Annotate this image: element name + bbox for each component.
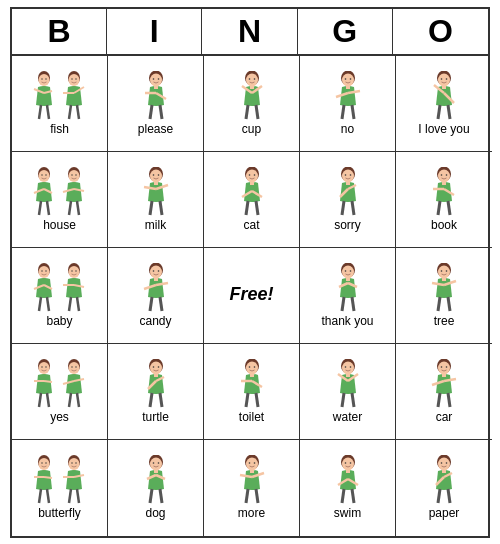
cell-label-24: paper [429, 506, 460, 520]
svg-rect-31 [250, 86, 254, 89]
svg-rect-22 [154, 86, 158, 89]
svg-point-192 [349, 366, 351, 368]
svg-line-170 [77, 393, 79, 407]
svg-point-173 [152, 366, 154, 368]
svg-point-164 [71, 366, 72, 367]
svg-point-83 [248, 174, 250, 176]
svg-point-37 [342, 73, 354, 86]
bingo-cell-14: tree [396, 248, 492, 344]
svg-point-182 [248, 366, 250, 368]
svg-point-91 [342, 169, 354, 182]
svg-line-161 [47, 393, 49, 407]
svg-line-152 [448, 297, 450, 311]
svg-line-224 [77, 489, 79, 503]
svg-point-57 [45, 174, 46, 175]
svg-point-156 [45, 366, 46, 367]
svg-point-111 [45, 270, 46, 271]
svg-line-107 [448, 201, 450, 215]
svg-point-74 [152, 174, 154, 176]
svg-rect-94 [346, 182, 350, 185]
svg-rect-85 [250, 182, 254, 185]
cell-figure-3 [318, 70, 378, 122]
svg-point-235 [246, 458, 258, 471]
svg-rect-256 [442, 470, 446, 473]
svg-line-80 [160, 201, 162, 215]
cell-label-2: cup [242, 122, 261, 136]
svg-rect-40 [346, 86, 350, 89]
svg-line-44 [352, 105, 354, 119]
svg-point-93 [349, 174, 351, 176]
svg-point-110 [41, 270, 42, 271]
svg-point-10 [68, 74, 79, 86]
svg-point-254 [441, 462, 443, 464]
cell-figure-8 [318, 166, 378, 218]
svg-rect-202 [442, 374, 446, 377]
svg-point-120 [75, 270, 76, 271]
svg-point-146 [441, 270, 443, 272]
svg-line-106 [438, 201, 440, 215]
svg-line-53 [448, 105, 450, 119]
cell-figure-6 [126, 166, 186, 218]
svg-line-251 [352, 489, 354, 503]
svg-point-39 [349, 78, 351, 80]
svg-point-128 [152, 270, 154, 272]
svg-line-196 [342, 393, 344, 407]
cell-label-15: yes [50, 410, 69, 424]
cell-figure-20 [30, 454, 90, 506]
svg-line-143 [352, 297, 354, 311]
svg-point-109 [38, 266, 49, 278]
svg-line-205 [438, 393, 440, 407]
svg-point-47 [441, 78, 443, 80]
svg-rect-229 [154, 470, 158, 473]
svg-rect-193 [346, 374, 350, 377]
svg-rect-103 [442, 182, 446, 185]
svg-rect-247 [346, 470, 350, 473]
svg-line-142 [342, 297, 344, 311]
svg-point-84 [253, 174, 255, 176]
bingo-cell-20: butterfly [12, 440, 108, 536]
cell-label-4: I love you [418, 122, 469, 136]
svg-point-138 [349, 270, 351, 272]
svg-point-163 [68, 362, 79, 374]
svg-point-65 [71, 174, 72, 175]
cell-label-21: dog [145, 506, 165, 520]
svg-point-191 [344, 366, 346, 368]
svg-line-52 [438, 105, 440, 119]
svg-point-20 [152, 78, 154, 80]
svg-line-25 [150, 105, 152, 119]
free-space-label: Free! [229, 284, 273, 306]
svg-point-228 [157, 462, 159, 464]
svg-point-172 [150, 361, 162, 374]
bingo-cell-21: dog [108, 440, 204, 536]
svg-point-56 [41, 174, 42, 175]
svg-point-217 [68, 458, 79, 470]
svg-line-179 [160, 393, 162, 407]
svg-line-34 [246, 105, 248, 119]
cell-figure-4 [414, 70, 474, 122]
cell-figure-9 [414, 166, 474, 218]
svg-point-174 [157, 366, 159, 368]
svg-point-3 [45, 78, 46, 79]
svg-point-236 [248, 462, 250, 464]
bingo-cell-17: toilet [204, 344, 300, 440]
svg-line-187 [246, 393, 248, 407]
cell-figure-5 [30, 166, 90, 218]
svg-line-188 [256, 393, 258, 407]
svg-point-127 [150, 265, 162, 278]
svg-line-61 [39, 201, 41, 215]
bingo-cell-9: book [396, 152, 492, 248]
bingo-cell-13: thank you [300, 248, 396, 344]
svg-point-1 [38, 74, 49, 86]
svg-line-89 [256, 201, 258, 215]
svg-point-92 [344, 174, 346, 176]
svg-point-201 [446, 366, 448, 368]
cell-figure-0 [30, 70, 90, 122]
bingo-cell-16: turtle [108, 344, 204, 440]
svg-point-119 [71, 270, 72, 271]
cell-label-6: milk [145, 218, 166, 232]
bingo-cell-6: milk [108, 152, 204, 248]
svg-line-16 [69, 105, 71, 119]
bingo-cell-7: cat [204, 152, 300, 248]
cell-label-20: butterfly [38, 506, 81, 520]
cell-label-23: swim [334, 506, 361, 520]
